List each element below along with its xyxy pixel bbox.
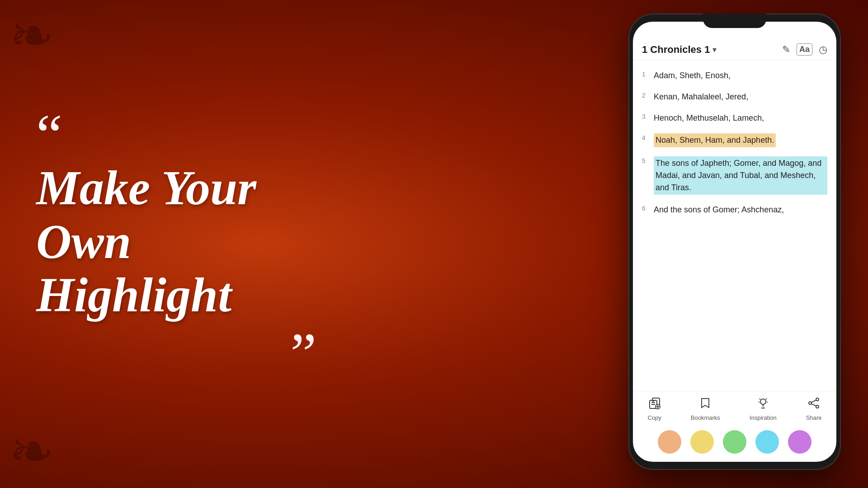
verse-text-1: Adam, Sheth, Enosh,: [654, 70, 731, 82]
verse-text-5: The sons of Japheth; Gomer, and Magog, a…: [654, 156, 827, 195]
verse-num-4: 4: [642, 133, 649, 141]
verse-row-2: 2 Kenan, Mahalaleel, Jered,: [640, 86, 829, 108]
copy-label: Copy: [647, 414, 661, 421]
color-orange-dot[interactable]: [658, 430, 681, 454]
verse-text-2: Kenan, Mahalaleel, Jered,: [654, 91, 748, 103]
open-quote-icon: “: [36, 117, 62, 152]
verse-row-4: 4 Noah, Shem, Ham, and Japheth.: [640, 129, 829, 152]
screen-content: 1 Chronicles 1 ▾ ✎ Aa ◷ 1 Adam, Sheth, E…: [633, 22, 836, 462]
verse-num-1: 1: [642, 70, 649, 78]
headline-line2: Own: [36, 215, 131, 268]
svg-point-7: [760, 399, 766, 404]
verse-row-5: 5 The sons of Japheth; Gomer, and Magog,…: [640, 152, 829, 199]
bookmarks-label: Bookmarks: [691, 414, 720, 421]
verse-num-6: 6: [642, 204, 649, 212]
inspiration-icon: [757, 397, 769, 413]
bookmarks-button[interactable]: Bookmarks: [691, 397, 720, 421]
bottom-toolbar: Copy Bookmarks: [633, 391, 836, 424]
share-label: Share: [806, 414, 822, 421]
svg-line-11: [766, 399, 767, 399]
phone-wrapper: 1 Chronicles 1 ▾ ✎ Aa ◷ 1 Adam, Sheth, E…: [628, 14, 841, 470]
dropdown-arrow-icon[interactable]: ▾: [712, 45, 717, 55]
edit-icon[interactable]: ✎: [782, 44, 790, 56]
headline-line3: Highlight: [36, 268, 231, 322]
svg-line-10: [760, 399, 760, 399]
verses-container: 1 Adam, Sheth, Enosh, 2 Kenan, Mahalalee…: [633, 61, 836, 391]
inspiration-label: Inspiration: [750, 414, 777, 421]
book-title: 1 Chronicles 1: [642, 44, 710, 56]
header-icons: ✎ Aa ◷: [782, 43, 827, 56]
color-palette: [633, 424, 836, 462]
history-icon[interactable]: ◷: [819, 44, 827, 56]
verse-num-5: 5: [642, 156, 649, 164]
svg-point-16: [809, 402, 811, 404]
headline-line1: Make Your: [36, 161, 256, 215]
bookmarks-icon: [699, 397, 712, 413]
color-cyan-dot[interactable]: [755, 430, 779, 454]
svg-line-18: [811, 404, 816, 406]
phone-screen: 1 Chronicles 1 ▾ ✎ Aa ◷ 1 Adam, Sheth, E…: [633, 22, 836, 462]
color-yellow-dot[interactable]: [690, 430, 714, 454]
close-quote-icon: ”: [290, 336, 316, 371]
verse-text-3: Henoch, Methuselah, Lamech,: [654, 112, 764, 124]
headline: Make Your Own Highlight: [36, 161, 256, 322]
share-button[interactable]: Share: [806, 397, 822, 421]
svg-line-17: [811, 400, 816, 402]
verse-row-6: 6 And the sons of Gomer; Ashchenaz,: [640, 199, 829, 221]
verse-text-6: And the sons of Gomer; Ashchenaz,: [654, 204, 784, 216]
verse-num-2: 2: [642, 91, 649, 99]
color-green-dot[interactable]: [723, 430, 746, 454]
svg-point-14: [816, 398, 819, 401]
verse-row-3: 3 Henoch, Methuselah, Lamech,: [640, 108, 829, 129]
verse-num-3: 3: [642, 112, 649, 120]
color-purple-dot[interactable]: [788, 430, 811, 454]
verse-row-1: 1 Adam, Sheth, Enosh,: [640, 65, 829, 86]
copy-icon: [648, 397, 661, 413]
phone-frame: 1 Chronicles 1 ▾ ✎ Aa ◷ 1 Adam, Sheth, E…: [628, 14, 841, 470]
book-title-area[interactable]: 1 Chronicles 1 ▾: [642, 44, 717, 56]
phone-notch: [703, 14, 766, 28]
left-panel: “ Make Your Own Highlight ”: [0, 0, 371, 488]
app-header: 1 Chronicles 1 ▾ ✎ Aa ◷: [633, 36, 836, 61]
font-icon[interactable]: Aa: [797, 43, 812, 56]
copy-button[interactable]: Copy: [647, 397, 661, 421]
verse-text-4: Noah, Shem, Ham, and Japheth.: [654, 133, 776, 147]
svg-point-15: [816, 405, 819, 408]
inspiration-button[interactable]: Inspiration: [750, 397, 777, 421]
share-icon: [807, 397, 820, 413]
